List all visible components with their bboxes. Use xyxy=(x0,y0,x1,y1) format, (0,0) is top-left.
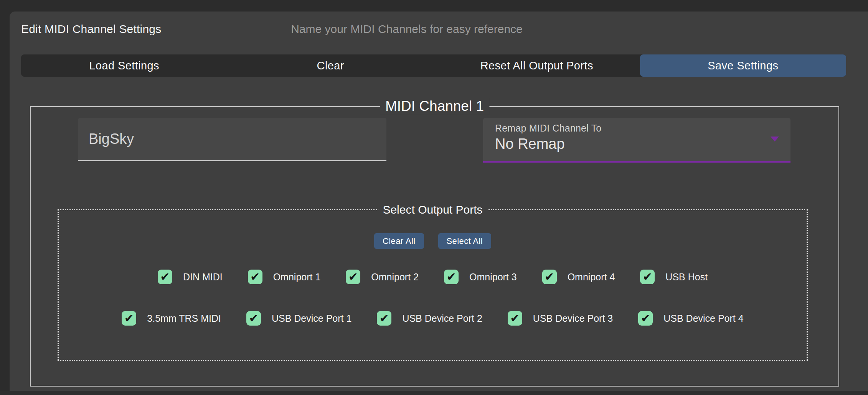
save-settings-button[interactable]: Save Settings xyxy=(640,54,847,77)
load-settings-button[interactable]: Load Settings xyxy=(21,54,228,77)
output-port-checkbox-item[interactable]: ✔USB Host xyxy=(640,270,708,284)
page-title: Edit MIDI Channel Settings xyxy=(21,23,161,36)
output-port-checkbox-item[interactable]: ✔Omniport 1 xyxy=(248,270,321,284)
output-port-label: USB Device Port 2 xyxy=(402,313,482,324)
remap-select-label: Remap MIDI Channel To xyxy=(495,123,601,134)
clear-button[interactable]: Clear xyxy=(228,54,434,77)
select-output-ports-fieldset: Select Output Ports xyxy=(58,209,808,361)
output-port-label: DIN MIDI xyxy=(183,272,223,283)
select-all-button[interactable]: Select All xyxy=(438,233,492,249)
checkbox-checked-icon[interactable]: ✔ xyxy=(542,270,557,284)
caret-down-icon xyxy=(771,137,779,142)
output-port-checkbox-item[interactable]: ✔USB Device Port 2 xyxy=(377,311,482,326)
output-port-label: USB Device Port 4 xyxy=(663,313,743,324)
output-port-label: Omniport 2 xyxy=(371,272,419,283)
select-output-ports-legend: Select Output Ports xyxy=(378,203,487,216)
output-port-checkbox-item[interactable]: ✔Omniport 4 xyxy=(542,270,615,284)
output-port-checkbox-item[interactable]: ✔Omniport 3 xyxy=(444,270,517,284)
output-ports-row-1: ✔DIN MIDI✔Omniport 1✔Omniport 2✔Omniport… xyxy=(58,270,808,284)
output-port-label: 3.5mm TRS MIDI xyxy=(147,313,221,324)
remap-select-value: No Remap xyxy=(495,136,565,152)
output-port-checkbox-item[interactable]: ✔3.5mm TRS MIDI xyxy=(122,311,221,326)
settings-toolbar: Load Settings Clear Reset All Output Por… xyxy=(21,54,846,77)
output-port-checkbox-item[interactable]: ✔DIN MIDI xyxy=(158,270,223,284)
output-port-checkbox-item[interactable]: ✔USB Device Port 4 xyxy=(638,311,743,326)
checkbox-checked-icon[interactable]: ✔ xyxy=(640,270,655,284)
checkbox-checked-icon[interactable]: ✔ xyxy=(248,270,262,284)
output-port-label: USB Device Port 3 xyxy=(533,313,613,324)
checkbox-checked-icon[interactable]: ✔ xyxy=(638,311,653,326)
output-port-label: Omniport 3 xyxy=(469,272,517,283)
checkbox-checked-icon[interactable]: ✔ xyxy=(444,270,459,284)
output-port-checkbox-item[interactable]: ✔USB Device Port 1 xyxy=(246,311,351,326)
channel-name-input[interactable] xyxy=(78,118,386,161)
output-port-label: Omniport 4 xyxy=(568,272,615,283)
app-window: Edit MIDI Channel Settings Name your MID… xyxy=(0,0,868,395)
checkbox-checked-icon[interactable]: ✔ xyxy=(246,311,261,326)
remap-midi-channel-select[interactable]: Remap MIDI Channel To No Remap xyxy=(483,118,790,163)
checkbox-checked-icon[interactable]: ✔ xyxy=(122,311,136,326)
midi-channel-legend: MIDI Channel 1 xyxy=(380,98,489,114)
output-port-label: USB Host xyxy=(665,272,708,283)
reset-all-output-ports-button[interactable]: Reset All Output Ports xyxy=(434,54,640,77)
page-subtitle: Name your MIDI Channels for easy referen… xyxy=(291,23,523,36)
output-port-label: USB Device Port 1 xyxy=(272,313,351,324)
output-ports-row-2: ✔3.5mm TRS MIDI✔USB Device Port 1✔USB De… xyxy=(58,311,808,326)
output-port-checkbox-item[interactable]: ✔Omniport 2 xyxy=(346,270,419,284)
checkbox-checked-icon[interactable]: ✔ xyxy=(377,311,391,326)
checkbox-checked-icon[interactable]: ✔ xyxy=(346,270,360,284)
checkbox-checked-icon[interactable]: ✔ xyxy=(158,270,172,284)
output-port-checkbox-item[interactable]: ✔USB Device Port 3 xyxy=(508,311,613,326)
clear-all-button[interactable]: Clear All xyxy=(374,233,424,249)
ports-bulk-actions: Clear All Select All xyxy=(58,233,808,249)
checkbox-checked-icon[interactable]: ✔ xyxy=(508,311,522,326)
window-bottom-edge xyxy=(0,391,868,395)
output-port-label: Omniport 1 xyxy=(273,272,321,283)
